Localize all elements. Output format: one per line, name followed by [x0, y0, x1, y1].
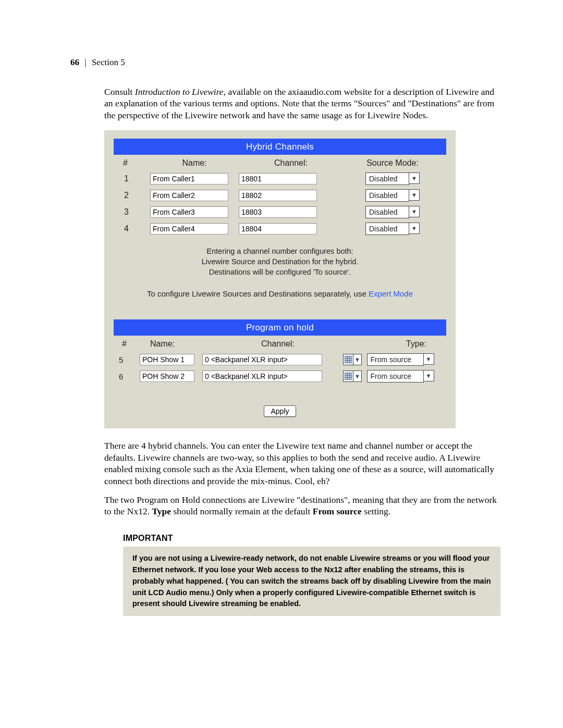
channel-input[interactable]: [202, 354, 322, 365]
important-box: If you are not using a Livewire-ready ne…: [123, 547, 500, 616]
header-type: Type:: [359, 339, 442, 349]
expert-mode-line: To configure Livewire Sources and Destin…: [114, 289, 446, 299]
channel-input[interactable]: [239, 190, 317, 201]
row-number: 6: [119, 372, 140, 381]
section-label: Section 5: [92, 57, 125, 67]
name-input[interactable]: [140, 371, 194, 382]
important-heading: IMPORTANT: [123, 533, 500, 544]
chevron-down-icon: ▼: [411, 226, 417, 231]
expert-mode-link[interactable]: Expert Mode: [369, 289, 413, 298]
source-mode-select[interactable]: Disabled: [365, 206, 409, 218]
row-number: 4: [119, 224, 150, 234]
header-channel: Channel:: [213, 339, 343, 349]
source-mode-select[interactable]: Disabled: [365, 189, 409, 202]
table-row: 1 Disabled ▼: [114, 170, 446, 187]
chevron-down-icon: ▼: [426, 356, 432, 362]
row-number: 1: [119, 174, 150, 184]
chevron-down-icon: ▼: [411, 192, 417, 198]
row-number: 5: [119, 355, 140, 365]
page-header: 66 | Section 5: [70, 57, 125, 68]
page-number: 66: [70, 57, 79, 67]
table-row: 4 Disabled ▼: [114, 220, 446, 237]
channel-input[interactable]: [202, 371, 322, 382]
dropdown-button[interactable]: ▼: [409, 172, 420, 184]
header-name: Name:: [140, 339, 213, 349]
channel-input[interactable]: [239, 206, 317, 218]
source-mode-select[interactable]: Disabled: [365, 172, 409, 185]
apply-button[interactable]: Apply: [264, 405, 296, 417]
row-number: 3: [119, 207, 150, 217]
table-row: 3 Disabled ▼: [114, 204, 446, 220]
name-input[interactable]: [140, 354, 194, 365]
grid-icon: [343, 371, 353, 382]
poh-header-row: # Name: Channel: Type:: [114, 336, 446, 351]
config-panel: Hybrid Channels # Name: Channel: Source …: [104, 130, 456, 428]
program-on-hold-title: Program on hold: [114, 319, 446, 336]
header-separator: |: [84, 57, 86, 67]
dropdown-button[interactable]: ▼: [424, 370, 434, 381]
name-input[interactable]: [150, 173, 228, 184]
source-mode-select[interactable]: Disabled: [365, 223, 409, 235]
table-row: 5 ▼ From source ▼: [114, 351, 446, 368]
dropdown-button[interactable]: ▼: [424, 353, 434, 365]
dropdown-button[interactable]: ▼: [409, 206, 420, 217]
table-row: 2 Disabled ▼: [114, 187, 446, 204]
hybrid-header-row: # Name: Channel: Source Mode:: [114, 155, 446, 170]
channel-input[interactable]: [239, 173, 317, 184]
channel-input[interactable]: [239, 223, 317, 235]
name-input[interactable]: [150, 190, 228, 201]
dropdown-button[interactable]: ▼: [409, 189, 420, 201]
paragraph-program-on-hold: The two Program on Hold connections are …: [104, 494, 500, 517]
type-select[interactable]: From source: [367, 370, 424, 382]
book-title: Introduction to Livewire: [135, 87, 224, 97]
name-input[interactable]: [150, 223, 228, 235]
hybrid-channels-title: Hybrid Channels: [114, 139, 446, 155]
chevron-down-icon: ▼: [411, 176, 417, 181]
intro-paragraph: Consult Introduction to Livewire, availa…: [104, 86, 500, 121]
paragraph-hybrid-channels: There are 4 hybrid channels. You can ent…: [104, 440, 500, 487]
header-num: #: [119, 339, 140, 349]
header-mode: Source Mode:: [343, 158, 442, 168]
name-input[interactable]: [150, 206, 228, 218]
table-row: 6 ▼ From source ▼: [114, 368, 446, 385]
row-number: 2: [119, 190, 150, 201]
svg-rect-0: [345, 356, 351, 363]
chevron-down-icon: ▼: [411, 209, 417, 215]
header-num: #: [119, 158, 150, 168]
svg-rect-5: [345, 373, 351, 379]
type-select[interactable]: From source: [367, 353, 424, 366]
header-channel: Channel:: [239, 158, 343, 168]
dropdown-button[interactable]: ▼: [409, 223, 420, 234]
chevron-down-icon: ▼: [426, 373, 432, 379]
header-name: Name:: [150, 158, 239, 168]
grid-icon: [343, 354, 353, 365]
hint-text: Entering a channel number configures bot…: [114, 246, 446, 277]
